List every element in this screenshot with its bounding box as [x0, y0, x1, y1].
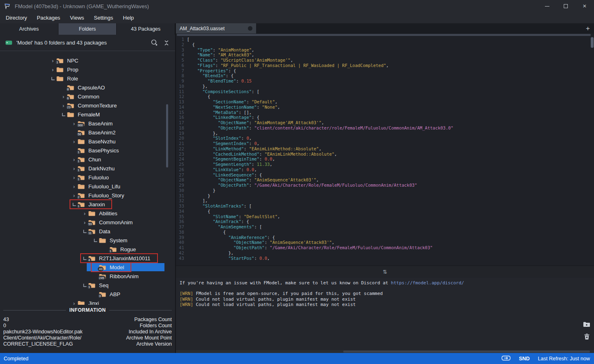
snd-indicator[interactable]: SND [519, 356, 529, 362]
code-line: 23 "CachedLinkMethod": "EAnimLinkMethod:… [177, 152, 594, 157]
folder-icon: 1 [88, 282, 97, 288]
tree-item-content: 3ABP [92, 290, 120, 298]
add-tab-button[interactable]: + [582, 23, 594, 33]
log-lines: If you're having an issue with FModel, m… [180, 280, 594, 307]
editor-hscroll-thumb[interactable] [177, 34, 591, 36]
code-editor[interactable]: 1[2 {3 "Type": "AnimMontage",4 "Name": "… [176, 36, 594, 266]
editor-vertical-scrollbar[interactable] [591, 37, 594, 48]
tree-item-label: NPC [67, 58, 78, 64]
annotation-box: 1Jianxin [70, 200, 111, 208]
tree-item-basenvzhu[interactable]: ›BaseNvzhu [0, 137, 175, 146]
search-icon[interactable] [150, 39, 159, 47]
expander-collapsed-icon[interactable]: › [81, 211, 88, 216]
log-line: [WRN] FModel is free and open-source, if… [180, 291, 594, 296]
expander-collapsed-icon[interactable]: › [49, 67, 56, 72]
folder-count-badge: 56 [76, 132, 82, 136]
tree-item-femalem[interactable]: FemaleM [0, 110, 175, 119]
discord-link[interactable]: https://fmodel.app/discord/ [391, 280, 464, 286]
tree-item-content: 1Rogue [102, 245, 136, 253]
menu-help[interactable]: Help [118, 12, 139, 23]
code-line: 41 "ObjectPath": "/Game/Aki/Character/Ro… [177, 245, 594, 250]
tree-item-seq[interactable]: 1Seq [0, 281, 175, 290]
tree-item-ribbonanim[interactable]: 245RibbonAnim [0, 272, 175, 281]
tree-item-fuluoluo[interactable]: ›1Fuluoluo [0, 173, 175, 182]
close-button[interactable]: ✕ [575, 0, 594, 12]
tree-item-label: Seq [99, 282, 108, 288]
line-number: 17 [177, 120, 187, 125]
log-horizontal-scrollbar[interactable] [176, 350, 594, 353]
tree-item-chun[interactable]: ›1Chun [0, 155, 175, 164]
tree-item-data[interactable]: 11Data [0, 227, 175, 236]
folder-icon [67, 112, 76, 117]
log-buttons [583, 321, 591, 340]
log-text: If you're having an issue with FModel, m… [180, 280, 391, 286]
information-value: Client/Content/Aki/Character/Role/ [3, 335, 126, 341]
tab-43-packages[interactable]: 43 Packages [117, 23, 175, 35]
folder-tree: ›1NPC›PropRole8CapsuleAO›6Common›23Commo… [0, 51, 175, 305]
folder-count-badge: 23 [66, 105, 72, 109]
tree-item-baseanim2[interactable]: 56BaseAnim2 [0, 128, 175, 137]
tab-close-dot-icon[interactable] [248, 26, 252, 31]
tab-archives[interactable]: Archives [0, 23, 59, 35]
tree-item-rogue[interactable]: 1Rogue [0, 245, 175, 254]
tree-item-label: Jianxin [88, 201, 105, 208]
clear-log-trash-icon[interactable] [583, 333, 591, 340]
tree-item-system[interactable]: System [0, 236, 175, 245]
folder-count-badge: 2 [76, 195, 81, 199]
tree-item-role[interactable]: Role [0, 74, 175, 83]
editor-log-splitter[interactable]: ⇅ [176, 266, 594, 278]
expander-expanded-icon[interactable] [49, 77, 56, 80]
tree-item-baseanim[interactable]: ›300BaseAnim [0, 119, 175, 128]
tree-item-basephysics[interactable]: 1BasePhysics [0, 146, 175, 155]
tree-item-common[interactable]: ›6Common [0, 92, 175, 101]
tree-item-label: CommonAnim [99, 219, 133, 226]
tree-item-commontexture[interactable]: ›23CommonTexture [0, 101, 175, 110]
expander-collapsed-icon[interactable]: › [70, 184, 78, 189]
tree-scrollbar[interactable] [166, 104, 168, 167]
editor-horizontal-scrollbar[interactable] [176, 33, 594, 36]
tree-item-r2t1jianxinmd10011[interactable]: 4R2T1JianxinMd10011 [0, 254, 175, 263]
folder-icon: 1 [78, 165, 87, 171]
network-link-icon[interactable] [502, 355, 511, 362]
collapse-all-icon[interactable] [162, 39, 171, 47]
menu-views[interactable]: Views [65, 12, 89, 23]
menu-packages[interactable]: Packages [32, 12, 65, 23]
tree-item-fuluoluo_story[interactable]: ›2Fuluoluo_Story [0, 191, 175, 200]
line-number: 36 [177, 219, 187, 224]
code-line: 24 "SegmentBeginTime": 0.0, [177, 156, 594, 162]
log-hscroll-thumb[interactable] [343, 351, 590, 353]
tree-header: 'Model' has 0 folders and 43 packages [0, 35, 175, 51]
tree-item-abp[interactable]: 3ABP [0, 290, 175, 299]
output-folder-icon[interactable] [583, 321, 591, 328]
tree-item-fuluoluo_lifu[interactable]: ›Fuluoluo_Lifu [0, 182, 175, 191]
document-tab[interactable]: AM_Attack03.uasset [176, 23, 256, 33]
minimize-button[interactable] [538, 0, 556, 12]
expander-collapsed-icon[interactable]: › [70, 139, 78, 144]
right-panel: AM_Attack03.uasset + 1[2 {3 "Type": "Ani… [175, 23, 594, 353]
line-number: 40 [177, 240, 187, 245]
menu-directory[interactable]: Directory [1, 12, 32, 23]
expander-expanded-icon[interactable] [92, 239, 99, 242]
tree-item-jinxi[interactable]: ›Jinxi [0, 299, 175, 305]
tree-item-npc[interactable]: ›1NPC [0, 56, 175, 65]
menu-settings[interactable]: Settings [89, 12, 118, 23]
information-row: CORRECT_LICENSEE_FLAGArchive Version [0, 341, 175, 347]
expander-collapsed-icon[interactable]: › [70, 301, 78, 305]
expander-expanded-icon[interactable] [60, 113, 67, 116]
tab-folders[interactable]: Folders [59, 23, 117, 35]
tree-item-model[interactable]: 43Model [0, 263, 175, 272]
tree-item-commonanim[interactable]: ›59CommonAnim [0, 218, 175, 227]
tree-item-darknvzhu[interactable]: ›1DarkNvzhu [0, 164, 175, 173]
log-panel: If you're having an issue with FModel, m… [176, 278, 594, 350]
tree-item-capsuleao[interactable]: 8CapsuleAO [0, 83, 175, 92]
tree-item-abilities[interactable]: ›Abilities [0, 209, 175, 218]
line-number: 7 [177, 68, 187, 74]
maximize-button[interactable] [556, 0, 575, 12]
folder-count-badge: 1 [76, 159, 81, 163]
code-line: 1[ [177, 37, 594, 42]
tree-item-prop[interactable]: ›Prop [0, 65, 175, 74]
line-number: 12 [177, 94, 187, 99]
code-line: 12 { [177, 94, 594, 99]
tree-item-jianxin[interactable]: 1Jianxin [0, 200, 175, 209]
tree-item-content: ›6Common [60, 92, 99, 100]
